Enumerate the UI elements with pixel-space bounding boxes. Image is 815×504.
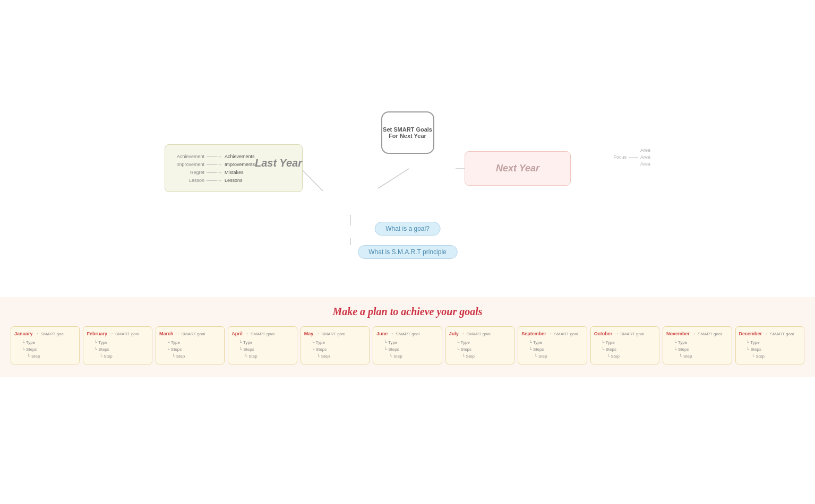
month-card-march: March → SMART goal └ Type └ Steps └ Step	[156, 326, 225, 364]
month-goal-january: SMART goal	[41, 332, 65, 336]
last-year-label: Last Year	[255, 157, 302, 169]
month-tree-march: └ Type └ Steps └ Step	[164, 340, 220, 360]
month-name-december: December	[739, 331, 762, 336]
month-tree-january: └ Type └ Steps └ Step	[19, 340, 75, 360]
ly-key-lesson: Lesson	[171, 178, 204, 183]
center-node: Set SMART Goals For Next Year	[381, 111, 434, 154]
month-header-october: October → SMART goal	[594, 331, 655, 336]
bottom-section: Make a plan to achieve your goals Januar…	[0, 297, 815, 377]
month-header-december: December → SMART goal	[739, 331, 800, 336]
month-goal-december: SMART goal	[770, 332, 794, 336]
month-name-june: June	[376, 331, 388, 336]
ly-row-regret: Regret ——→ Mistakes	[171, 169, 296, 175]
month-goal-february: SMART goal	[115, 332, 139, 336]
month-header-june: June → SMART goal	[376, 331, 437, 336]
month-card-may: May → SMART goal └ Type └ Steps └ Step	[301, 326, 370, 364]
month-card-february: February → SMART goal └ Type └ Steps └ S…	[83, 326, 152, 364]
month-name-may: May	[304, 331, 314, 336]
month-goal-march: SMART goal	[181, 332, 205, 336]
month-card-november: November → SMART goal └ Type └ Steps └ S…	[663, 326, 732, 364]
month-card-june: June → SMART goal └ Type └ Steps └ Step	[373, 326, 442, 364]
month-header-september: September → SMART goal	[521, 331, 582, 336]
month-tree-april: └ Type └ Steps └ Step	[236, 340, 292, 360]
month-tree-february: └ Type └ Steps └ Step	[91, 340, 147, 360]
bubble-goal: What is a goal?	[374, 222, 441, 236]
month-card-april: April → SMART goal └ Type └ Steps └ Step	[228, 326, 297, 364]
ly-key-achievement: Achievement	[171, 154, 204, 159]
month-header-november: November → SMART goal	[666, 331, 727, 336]
svg-line-2	[378, 169, 409, 188]
ny-area-2: Area	[640, 154, 650, 160]
months-row: January → SMART goal └ Type └ Steps └ St…	[11, 326, 804, 367]
month-name-september: September	[521, 331, 546, 336]
svg-line-0	[301, 169, 323, 191]
ly-val-achievement: Achievements	[225, 154, 255, 159]
next-year-box: Next Year	[465, 151, 571, 186]
month-goal-november: SMART goal	[698, 332, 722, 336]
next-year-areas: Focus —— Area Area Area	[613, 147, 650, 167]
month-header-may: May → SMART goal	[304, 331, 365, 336]
month-tree-december: └ Type └ Steps └ Step	[743, 340, 800, 360]
month-goal-september: SMART goal	[554, 332, 578, 336]
month-goal-april: SMART goal	[251, 332, 274, 336]
month-tree-november: └ Type └ Steps └ Step	[671, 340, 727, 360]
month-tree-september: └ Type └ Steps └ Step	[526, 340, 582, 360]
ly-val-improvement: Improvements	[225, 162, 255, 167]
month-goal-october: SMART goal	[620, 332, 644, 336]
ny-focus-row: Focus —— Area Area Area	[613, 147, 650, 167]
month-goal-may: SMART goal	[321, 332, 345, 336]
bottom-title: Make a plan to achieve your goals	[11, 306, 804, 318]
ly-val-lesson: Lessons	[225, 178, 243, 183]
month-card-july: July → SMART goal └ Type └ Steps └ Step	[445, 326, 514, 364]
ly-key-regret: Regret	[171, 170, 204, 175]
month-name-july: July	[449, 331, 459, 336]
month-card-september: September → SMART goal └ Type └ Steps └ …	[518, 326, 587, 364]
month-tree-june: └ Type └ Steps └ Step	[381, 340, 437, 360]
month-tree-october: └ Type └ Steps └ Step	[598, 340, 655, 360]
ny-area-3: Area	[640, 161, 650, 167]
month-tree-july: └ Type └ Steps └ Step	[453, 340, 510, 360]
ly-row-lesson: Lesson ——→ Lessons	[171, 177, 296, 183]
month-name-november: November	[666, 331, 690, 336]
month-header-april: April → SMART goal	[231, 331, 292, 336]
bubble-smart: What is S.M.A.R.T principle	[357, 245, 457, 259]
month-name-january: January	[14, 331, 33, 336]
month-card-january: January → SMART goal └ Type └ Steps └ St…	[11, 326, 80, 364]
month-card-october: October → SMART goal └ Type └ Steps └ St…	[590, 326, 659, 364]
ny-area-1: Area	[640, 147, 650, 153]
month-header-january: January → SMART goal	[14, 331, 75, 336]
mindmap-area: Achievement ——→ Achievements Improvement…	[0, 0, 815, 297]
month-card-december: December → SMART goal └ Type └ Steps └ S…	[735, 326, 804, 364]
month-header-july: July → SMART goal	[449, 331, 510, 336]
month-goal-july: SMART goal	[467, 332, 491, 336]
month-name-february: February	[87, 331, 107, 336]
ly-key-improvement: Improvement	[171, 162, 204, 167]
month-name-april: April	[231, 331, 243, 336]
month-header-february: February → SMART goal	[87, 331, 147, 336]
month-header-march: March → SMART goal	[159, 331, 220, 336]
month-name-october: October	[594, 331, 613, 336]
month-goal-june: SMART goal	[396, 332, 419, 336]
ly-val-regret: Mistakes	[225, 170, 244, 175]
month-name-march: March	[159, 331, 174, 336]
ny-focus-text: Focus	[613, 154, 627, 160]
next-year-label: Next Year	[496, 163, 539, 174]
month-tree-may: └ Type └ Steps └ Step	[308, 340, 365, 360]
